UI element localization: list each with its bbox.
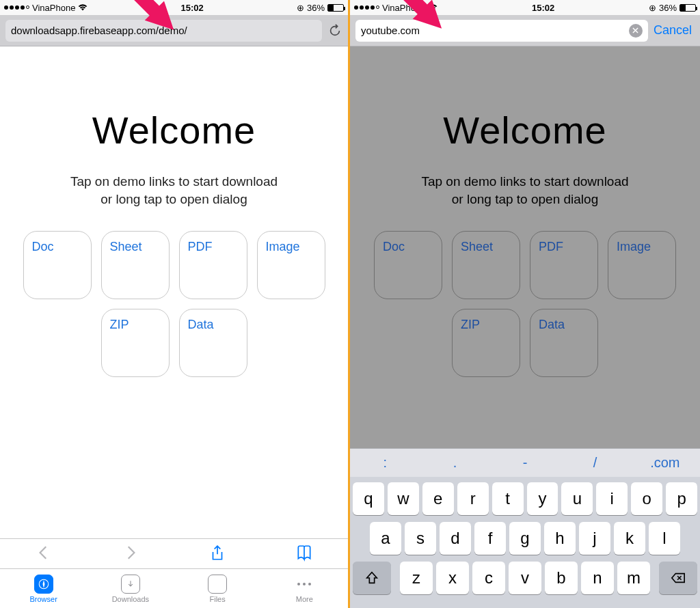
- svg-point-3: [308, 583, 311, 585]
- tab-browser[interactable]: Browser: [0, 569, 87, 608]
- keyboard-accessory: : . - / .com: [350, 448, 700, 477]
- key-a[interactable]: a: [370, 522, 401, 555]
- tab-more[interactable]: More: [261, 569, 348, 608]
- signal-dots-icon: [354, 5, 379, 10]
- key-x[interactable]: x: [436, 562, 469, 594]
- key-y[interactable]: y: [527, 482, 558, 515]
- tile-sheet[interactable]: Sheet: [452, 231, 520, 299]
- key-g[interactable]: g: [509, 522, 541, 555]
- key-v[interactable]: v: [509, 562, 541, 594]
- keyboard-row-2: a s d f g h j k l: [353, 522, 697, 555]
- key-shift[interactable]: [353, 562, 391, 594]
- page-content: Welcome Tap on demo links to start downl…: [0, 46, 348, 538]
- compass-icon: [34, 575, 53, 594]
- tile-grid: Doc Sheet PDF Image ZIP Data: [373, 231, 677, 377]
- tile-image[interactable]: Image: [257, 231, 325, 299]
- tile-sheet[interactable]: Sheet: [101, 231, 170, 299]
- phone-left: VinaPhone 15:02 ⊕ 36% downloadsapp.fireb…: [0, 0, 350, 608]
- kb-colon[interactable]: :: [350, 455, 420, 471]
- tile-zip[interactable]: ZIP: [452, 309, 520, 377]
- rotation-lock-icon: ⊕: [297, 3, 304, 13]
- carrier-label: VinaPhone: [32, 3, 75, 13]
- tile-data[interactable]: Data: [179, 309, 247, 377]
- url-bar: youtube.com Cancel: [350, 15, 700, 46]
- page-title: Welcome: [92, 108, 256, 152]
- back-button[interactable]: [35, 544, 53, 564]
- kb-dot[interactable]: .: [420, 455, 489, 471]
- key-j[interactable]: j: [579, 522, 610, 555]
- page-subtitle: Tap on demo links to start download or l…: [421, 173, 628, 208]
- tile-pdf[interactable]: PDF: [179, 231, 247, 299]
- keyboard-row-1: q w e r t y u i o p: [353, 482, 697, 515]
- tab-bar: Browser Downloads Files More: [0, 568, 348, 608]
- key-f[interactable]: f: [474, 522, 506, 555]
- forward-button[interactable]: [122, 544, 139, 564]
- cancel-button[interactable]: Cancel: [654, 23, 695, 38]
- svg-point-2: [303, 583, 306, 585]
- tile-zip[interactable]: ZIP: [101, 309, 170, 377]
- keyboard: q w e r t y u i o p a s d f g h j k l: [350, 477, 700, 608]
- key-s[interactable]: s: [405, 522, 436, 555]
- key-h[interactable]: h: [544, 522, 576, 555]
- tab-files[interactable]: Files: [174, 569, 261, 608]
- key-o[interactable]: o: [631, 482, 662, 515]
- files-icon: [208, 575, 227, 594]
- tile-grid: Doc Sheet PDF Image ZIP Data: [22, 231, 326, 377]
- bookmarks-button[interactable]: [295, 544, 313, 564]
- download-icon: [121, 575, 140, 594]
- key-backspace[interactable]: [659, 562, 697, 594]
- page-title: Welcome: [443, 108, 606, 152]
- battery-percent: 36%: [307, 3, 325, 13]
- key-p[interactable]: p: [666, 482, 697, 515]
- url-field[interactable]: youtube.com: [355, 20, 648, 42]
- key-u[interactable]: u: [561, 482, 593, 515]
- key-z[interactable]: z: [400, 562, 433, 594]
- key-w[interactable]: w: [388, 482, 419, 515]
- key-m[interactable]: m: [617, 562, 650, 594]
- reload-button[interactable]: [327, 23, 342, 38]
- phone-right: VinaPhone 15:02 ⊕ 36% youtube.com Cancel…: [350, 0, 700, 608]
- tile-pdf[interactable]: PDF: [530, 231, 598, 299]
- key-e[interactable]: e: [422, 482, 454, 515]
- key-t[interactable]: t: [492, 482, 524, 515]
- key-d[interactable]: d: [440, 522, 471, 555]
- wifi-icon: [78, 4, 88, 11]
- rotation-lock-icon: ⊕: [649, 3, 656, 13]
- tile-doc[interactable]: Doc: [23, 231, 92, 299]
- page-content: Welcome Tap on demo links to start downl…: [350, 46, 700, 448]
- clear-url-button[interactable]: [629, 24, 643, 38]
- kb-com[interactable]: .com: [630, 455, 700, 471]
- key-b[interactable]: b: [545, 562, 578, 594]
- tile-image[interactable]: Image: [608, 231, 676, 299]
- more-icon: [295, 575, 314, 594]
- key-i[interactable]: i: [596, 482, 628, 515]
- kb-dash[interactable]: -: [490, 455, 560, 471]
- key-c[interactable]: c: [472, 562, 505, 594]
- key-k[interactable]: k: [614, 522, 645, 555]
- keyboard-row-3: z x c v b n m: [353, 562, 697, 594]
- tile-data[interactable]: Data: [530, 309, 598, 377]
- key-q[interactable]: q: [353, 482, 384, 515]
- key-n[interactable]: n: [581, 562, 614, 594]
- page-subtitle: Tap on demo links to start download or l…: [70, 173, 278, 208]
- battery-icon: [679, 4, 696, 12]
- url-text: youtube.com: [361, 25, 420, 36]
- key-r[interactable]: r: [457, 482, 489, 515]
- svg-point-1: [297, 583, 300, 585]
- browser-toolbar: [0, 538, 348, 568]
- key-l[interactable]: l: [649, 522, 680, 555]
- tab-downloads[interactable]: Downloads: [87, 569, 174, 608]
- battery-percent: 36%: [659, 3, 677, 13]
- kb-slash[interactable]: /: [560, 455, 630, 471]
- tile-doc[interactable]: Doc: [374, 231, 442, 299]
- share-button[interactable]: [208, 544, 226, 564]
- battery-icon: [327, 4, 344, 12]
- status-time: 15:02: [181, 3, 204, 13]
- status-time: 15:02: [532, 3, 554, 13]
- signal-dots-icon: [4, 5, 29, 10]
